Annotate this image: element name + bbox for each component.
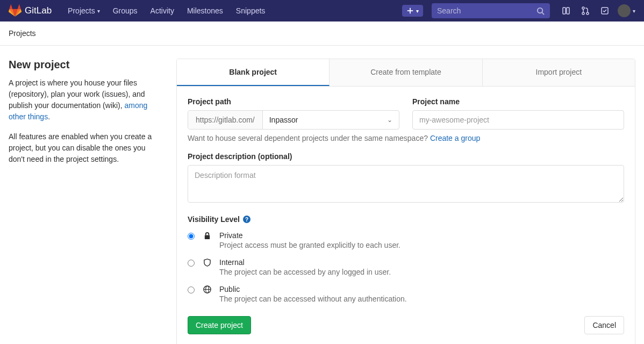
radio-internal[interactable]: [188, 260, 195, 267]
tabs: Blank project Create from template Impor…: [176, 59, 635, 87]
chevron-down-icon: ▾: [416, 8, 419, 14]
nav-milestones[interactable]: Milestones: [181, 6, 230, 15]
breadcrumb: Projects: [0, 22, 644, 46]
tab-create-from-template[interactable]: Create from template: [330, 59, 482, 86]
nav-projects[interactable]: Projects▾: [61, 6, 106, 15]
new-dropdown[interactable]: ▾: [402, 5, 423, 17]
radio-private[interactable]: [188, 233, 195, 240]
visibility-label: Visibility Level ?: [188, 215, 624, 224]
form-panel: Project path https://gitlab.com/ Inpasso…: [176, 87, 635, 344]
project-path-label: Project path: [188, 97, 399, 106]
chevron-down-icon: ⌄: [387, 116, 392, 124]
svg-point-6: [582, 7, 584, 9]
page-title: New project: [9, 59, 159, 71]
help-icon[interactable]: ?: [243, 216, 251, 223]
plus-icon: [406, 7, 414, 15]
search-icon: [536, 7, 545, 15]
nav-groups[interactable]: Groups: [106, 6, 144, 15]
avatar: [618, 4, 631, 17]
chevron-down-icon: ▾: [97, 8, 100, 14]
description-textarea[interactable]: [188, 165, 624, 203]
nav-items: Projects▾ Groups Activity Milestones Sni…: [61, 6, 271, 15]
top-navbar: GitLab Projects▾ Groups Activity Milesto…: [0, 0, 644, 22]
svg-rect-10: [204, 235, 209, 240]
brand-name: GitLab: [25, 5, 52, 16]
namespace-helper: Want to house several dependent projects…: [188, 134, 624, 142]
sidebar: New project A project is where you house…: [9, 59, 159, 344]
chevron-down-icon: ▾: [633, 8, 635, 14]
svg-rect-4: [563, 8, 566, 14]
sidebar-para2: All features are enabled when you create…: [9, 131, 159, 165]
lock-icon: [202, 232, 212, 240]
create-project-button[interactable]: Create project: [188, 316, 251, 334]
namespace-select[interactable]: Inpassor ⌄: [263, 111, 399, 129]
visibility-public[interactable]: Public The project can be accessed witho…: [188, 285, 624, 303]
path-prefix: https://gitlab.com/: [188, 111, 263, 129]
sidebar-para1: A project is where you house your files …: [9, 77, 159, 123]
gitlab-logo[interactable]: GitLab: [9, 4, 52, 17]
svg-point-2: [538, 8, 542, 12]
issues-icon[interactable]: [556, 6, 576, 15]
nav-activity[interactable]: Activity: [144, 6, 181, 15]
search-box[interactable]: [432, 3, 550, 18]
visibility-private[interactable]: Private Project access must be granted e…: [188, 231, 624, 249]
project-name-input[interactable]: [412, 110, 624, 130]
visibility-internal[interactable]: Internal The project can be accessed by …: [188, 258, 624, 276]
todos-icon[interactable]: [595, 6, 614, 15]
svg-point-8: [586, 12, 589, 15]
svg-point-7: [582, 12, 584, 15]
create-group-link[interactable]: Create a group: [430, 134, 480, 142]
gitlab-icon: [9, 4, 22, 17]
tab-blank-project[interactable]: Blank project: [177, 59, 330, 86]
search-input[interactable]: [437, 6, 536, 15]
shield-icon: [202, 259, 212, 267]
svg-rect-1: [407, 10, 413, 11]
nav-snippets[interactable]: Snippets: [230, 6, 271, 15]
project-path-group: https://gitlab.com/ Inpassor ⌄: [188, 110, 399, 130]
svg-line-3: [542, 12, 544, 15]
user-menu[interactable]: ▾: [614, 4, 635, 17]
project-name-label: Project name: [412, 97, 624, 106]
svg-rect-5: [567, 8, 569, 14]
tab-import-project[interactable]: Import project: [483, 59, 635, 86]
merge-requests-icon[interactable]: [576, 6, 595, 15]
globe-icon: [202, 285, 212, 293]
desc-label: Project description (optional): [188, 152, 624, 161]
radio-public[interactable]: [188, 286, 195, 293]
cancel-button[interactable]: Cancel: [584, 316, 624, 334]
